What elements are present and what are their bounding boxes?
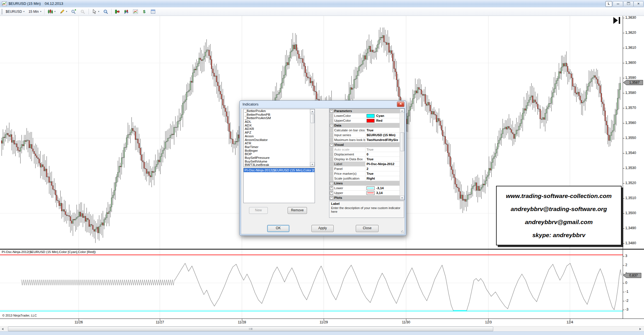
available-indicators-list[interactable]: _BetterProAm_BetterProAmPB_BetterProAmSM…: [243, 109, 315, 167]
property-row[interactable]: UpperColorRed: [329, 118, 400, 123]
indicator-list-item[interactable]: BuySellPressure: [244, 156, 315, 160]
property-value[interactable]: True: [365, 147, 400, 152]
indicator-list-item[interactable]: BuySellVolume: [244, 160, 315, 163]
dialog-close-action-button[interactable]: Close: [356, 225, 379, 232]
property-group-row[interactable]: −Data: [329, 123, 400, 128]
close-window-button[interactable]: ×: [633, 1, 643, 7]
go-to-end-icon[interactable]: [612, 16, 622, 24]
scroll-left-arrow-icon[interactable]: [2, 328, 3, 330]
property-value[interactable]: PI-Osc-Ninja-2012: [365, 162, 400, 166]
property-value[interactable]: Cyan: [365, 113, 400, 118]
remove-button[interactable]: Remove: [288, 207, 307, 214]
property-value[interactable]: True: [365, 171, 400, 176]
strategies-button[interactable]: [131, 8, 140, 15]
indicator-list-item[interactable]: Aroon: [244, 134, 315, 138]
indicator-property-grid[interactable]: −ParametersLowerColorCyanUpperColorRed−D…: [329, 108, 405, 200]
indicator-list-item[interactable]: AroonOscillator: [244, 138, 315, 142]
property-row[interactable]: Input series$EURUSD (15 Min): [329, 133, 400, 138]
scroll-down-arrow-icon[interactable]: ▼: [310, 162, 315, 167]
properties-button[interactable]: [149, 8, 157, 15]
property-row[interactable]: Displacement0: [329, 152, 400, 157]
property-group-row[interactable]: −Parameters: [329, 109, 400, 113]
property-row[interactable]: Maximum bars look bTwoHundredFiftySix: [329, 138, 400, 142]
indicator-list-item[interactable]: BarTimer: [244, 145, 315, 149]
expand-icon[interactable]: +: [330, 191, 333, 195]
dialog-titlebar[interactable]: Indicators: [240, 101, 406, 108]
property-value[interactable]: True: [365, 128, 400, 132]
zoom-out-button[interactable]: [79, 8, 87, 15]
property-value[interactable]: TwoHundredFiftySix: [365, 138, 400, 142]
horizontal-scrollbar-thumb[interactable]: [8, 326, 493, 331]
property-group-row[interactable]: −Lines: [329, 181, 400, 186]
expand-icon[interactable]: +: [330, 187, 333, 190]
indicator-list-item[interactable]: BWT3LineBreak: [244, 163, 315, 167]
link-button[interactable]: L: [605, 1, 612, 7]
instrument-dropdown[interactable]: $EURUSD▾: [4, 8, 26, 15]
property-value[interactable]: 0: [365, 152, 400, 157]
scroll-up-arrow-icon[interactable]: ▲: [310, 109, 315, 113]
property-value[interactable]: Right: [365, 176, 400, 181]
collapse-icon[interactable]: −: [330, 143, 333, 146]
property-value[interactable]: -3,14: [365, 186, 400, 190]
list-scrollbar[interactable]: ▲ ▼: [310, 109, 315, 167]
property-value[interactable]: True: [365, 157, 400, 161]
new-button[interactable]: New: [249, 207, 268, 214]
indicator-list-item[interactable]: ATR: [244, 142, 315, 145]
toolbar-grip[interactable]: [1, 9, 3, 14]
property-row[interactable]: +Upper3,14: [329, 191, 400, 195]
indicator-list-item[interactable]: _BetterProAmPB: [244, 113, 315, 117]
ok-button[interactable]: OK: [267, 225, 289, 232]
property-row[interactable]: Auto scaleTrue: [329, 147, 400, 152]
property-row[interactable]: Price marker(s)True: [329, 171, 400, 176]
indicator-list-item[interactable]: ADXR: [244, 127, 315, 131]
property-row[interactable]: LowerColorCyan: [329, 113, 400, 118]
zoom-in-button[interactable]: [69, 8, 78, 15]
property-value[interactable]: 2: [365, 167, 400, 171]
scroll-down-arrow-icon[interactable]: ▼: [400, 196, 404, 200]
drawing-tools-dropdown[interactable]: ▾: [58, 8, 69, 15]
collapse-icon[interactable]: −: [330, 109, 333, 113]
property-value[interactable]: 3,14: [365, 191, 400, 195]
property-group-row[interactable]: −Plots: [329, 195, 400, 200]
collapse-icon[interactable]: −: [330, 182, 333, 185]
chart-style-dropdown[interactable]: ▾: [46, 8, 57, 15]
dialog-resize-grip[interactable]: [401, 230, 404, 233]
indicators-button[interactable]: [122, 8, 131, 15]
property-group-row[interactable]: −Visual: [329, 142, 400, 147]
property-row[interactable]: Calculate on bar closTrue: [329, 128, 400, 133]
executions-button[interactable]: $: [140, 8, 148, 15]
window-titlebar[interactable]: $EURUSD (15 Min)04.12.2013 L ×: [0, 0, 644, 8]
indicator-list-item[interactable]: APZ: [244, 131, 315, 134]
list-scrollbar-thumb[interactable]: [310, 114, 315, 123]
restore-button[interactable]: [623, 1, 633, 7]
indicator-list-item[interactable]: _BetterProAmSM: [244, 116, 315, 120]
property-row[interactable]: Scale justificationRight: [329, 176, 400, 181]
property-row[interactable]: LabelPI-Osc-Ninja-2012: [329, 162, 400, 167]
scroll-up-arrow-icon[interactable]: ▲: [400, 109, 404, 113]
configured-indicator-item[interactable]: PI-Osc-Ninja-2012($EURUSD (15 Min),Color…: [244, 168, 315, 172]
property-row[interactable]: Panel2: [329, 167, 400, 171]
property-row[interactable]: +Lower-3,14: [329, 186, 400, 191]
property-grid-scrollbar-thumb[interactable]: [400, 132, 404, 151]
configured-indicators-list[interactable]: PI-Osc-Ninja-2012($EURUSD (15 Min),Color…: [243, 168, 315, 203]
apply-button[interactable]: Apply: [311, 225, 334, 232]
interval-dropdown[interactable]: 15 Min▾: [27, 8, 43, 15]
scroll-right-arrow-icon[interactable]: [639, 328, 641, 330]
indicator-list-item[interactable]: Bollinger: [244, 149, 315, 153]
panel-splitter[interactable]: [0, 249, 644, 250]
chart-trader-button[interactable]: [113, 8, 122, 15]
property-row[interactable]: Display in Data BoxTrue: [329, 157, 400, 162]
dialog-close-button[interactable]: ✕: [397, 102, 404, 107]
minimize-button[interactable]: [613, 1, 623, 7]
property-value[interactable]: Red: [365, 118, 400, 123]
data-box-button[interactable]: [101, 8, 110, 15]
property-grid-scrollbar[interactable]: ▲ ▼: [400, 109, 404, 200]
indicator-list-item[interactable]: _BetterProAm: [244, 109, 315, 113]
collapse-icon[interactable]: −: [330, 196, 333, 199]
indicator-list-item[interactable]: ADX: [244, 124, 315, 127]
cursor-mode-dropdown[interactable]: ▾: [90, 8, 101, 15]
property-value[interactable]: $EURUSD (15 Min): [365, 133, 400, 137]
collapse-icon[interactable]: −: [330, 124, 333, 127]
indicator-list-item[interactable]: ADL: [244, 120, 315, 124]
indicator-list-item[interactable]: BOP: [244, 152, 315, 156]
